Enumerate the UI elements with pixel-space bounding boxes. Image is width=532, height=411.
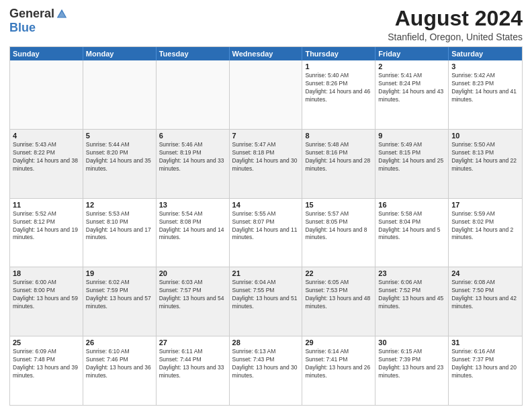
calendar-header-cell: Monday — [83, 47, 157, 60]
day-info: Sunrise: 5:59 AMSunset: 8:02 PMDaylight:… — [451, 210, 519, 242]
day-info: Sunrise: 5:55 AMSunset: 8:07 PMDaylight:… — [232, 210, 300, 242]
calendar-header-cell: Wednesday — [230, 47, 303, 60]
day-info: Sunrise: 5:54 AMSunset: 8:08 PMDaylight:… — [159, 210, 226, 242]
day-number: 8 — [305, 132, 372, 140]
calendar-cell: 24Sunrise: 6:08 AMSunset: 7:50 PMDayligh… — [449, 267, 522, 336]
day-number: 31 — [451, 338, 519, 347]
day-info: Sunrise: 6:10 AMSunset: 7:46 PMDaylight:… — [86, 348, 153, 380]
calendar-cell: 25Sunrise: 6:09 AMSunset: 7:48 PMDayligh… — [10, 336, 83, 405]
calendar-header-cell: Thursday — [302, 47, 375, 60]
calendar-cell — [157, 60, 230, 129]
day-info: Sunrise: 5:40 AMSunset: 8:26 PMDaylight:… — [305, 72, 372, 104]
calendar-row: 1Sunrise: 5:40 AMSunset: 8:26 PMDaylight… — [10, 60, 522, 129]
day-info: Sunrise: 6:04 AMSunset: 7:55 PMDaylight:… — [232, 279, 300, 311]
calendar-cell: 26Sunrise: 6:10 AMSunset: 7:46 PMDayligh… — [83, 336, 157, 405]
day-number: 6 — [159, 132, 226, 140]
calendar-cell: 18Sunrise: 6:00 AMSunset: 8:00 PMDayligh… — [10, 267, 83, 336]
calendar-cell — [230, 60, 303, 129]
day-info: Sunrise: 6:00 AMSunset: 8:00 PMDaylight:… — [13, 279, 80, 311]
day-number: 22 — [305, 269, 372, 277]
calendar-cell: 22Sunrise: 6:05 AMSunset: 7:53 PMDayligh… — [302, 267, 375, 336]
page-header: General Blue August 2024 Stanfield, Oreg… — [9, 7, 523, 42]
day-number: 21 — [232, 269, 300, 277]
calendar-row: 25Sunrise: 6:09 AMSunset: 7:48 PMDayligh… — [10, 336, 522, 405]
day-info: Sunrise: 5:52 AMSunset: 8:12 PMDaylight:… — [13, 210, 80, 242]
day-info: Sunrise: 5:43 AMSunset: 8:22 PMDaylight:… — [13, 141, 80, 173]
day-number: 26 — [86, 338, 153, 347]
day-info: Sunrise: 6:08 AMSunset: 7:50 PMDaylight:… — [451, 279, 519, 311]
day-number: 9 — [378, 132, 445, 140]
day-number: 3 — [451, 62, 519, 71]
calendar-cell: 6Sunrise: 5:46 AMSunset: 8:19 PMDaylight… — [157, 130, 230, 198]
day-info: Sunrise: 6:16 AMSunset: 7:37 PMDaylight:… — [451, 348, 519, 380]
calendar-header-cell: Saturday — [449, 47, 522, 60]
calendar-cell: 20Sunrise: 6:03 AMSunset: 7:57 PMDayligh… — [157, 267, 230, 336]
calendar-cell: 29Sunrise: 6:14 AMSunset: 7:41 PMDayligh… — [302, 336, 375, 405]
calendar-cell: 28Sunrise: 6:13 AMSunset: 7:43 PMDayligh… — [230, 336, 303, 405]
day-info: Sunrise: 6:02 AMSunset: 7:59 PMDaylight:… — [86, 279, 153, 311]
day-info: Sunrise: 5:57 AMSunset: 8:05 PMDaylight:… — [305, 210, 372, 242]
day-number: 1 — [305, 62, 372, 71]
day-info: Sunrise: 5:58 AMSunset: 8:04 PMDaylight:… — [378, 210, 445, 242]
calendar-cell: 2Sunrise: 5:41 AMSunset: 8:24 PMDaylight… — [375, 60, 449, 129]
calendar-header: SundayMondayTuesdayWednesdayThursdayFrid… — [10, 47, 522, 60]
title-section: August 2024 Stanfield, Oregon, United St… — [388, 7, 523, 42]
day-info: Sunrise: 5:49 AMSunset: 8:15 PMDaylight:… — [378, 141, 445, 173]
day-number: 20 — [159, 269, 226, 277]
day-info: Sunrise: 5:46 AMSunset: 8:19 PMDaylight:… — [159, 141, 226, 173]
calendar-header-cell: Sunday — [10, 47, 83, 60]
calendar-header-cell: Tuesday — [157, 47, 230, 60]
day-info: Sunrise: 6:13 AMSunset: 7:43 PMDaylight:… — [232, 348, 300, 380]
calendar-cell: 10Sunrise: 5:50 AMSunset: 8:13 PMDayligh… — [449, 130, 522, 198]
page-container: General Blue August 2024 Stanfield, Oreg… — [0, 0, 532, 411]
logo: General Blue — [9, 7, 68, 35]
calendar: SundayMondayTuesdayWednesdayThursdayFrid… — [9, 46, 523, 406]
calendar-body: 1Sunrise: 5:40 AMSunset: 8:26 PMDaylight… — [10, 60, 522, 405]
calendar-cell — [83, 60, 157, 129]
day-info: Sunrise: 6:09 AMSunset: 7:48 PMDaylight:… — [13, 348, 80, 380]
day-number: 5 — [86, 132, 153, 140]
calendar-cell: 21Sunrise: 6:04 AMSunset: 7:55 PMDayligh… — [230, 267, 303, 336]
main-title: August 2024 — [388, 7, 523, 30]
day-number: 29 — [305, 338, 372, 347]
logo-icon — [56, 8, 68, 20]
day-number: 30 — [378, 338, 445, 347]
day-info: Sunrise: 6:05 AMSunset: 7:53 PMDaylight:… — [305, 279, 372, 311]
day-number: 13 — [159, 201, 226, 209]
calendar-cell: 30Sunrise: 6:15 AMSunset: 7:39 PMDayligh… — [375, 336, 449, 405]
day-number: 10 — [451, 132, 519, 140]
calendar-cell: 27Sunrise: 6:11 AMSunset: 7:44 PMDayligh… — [157, 336, 230, 405]
day-info: Sunrise: 6:15 AMSunset: 7:39 PMDaylight:… — [378, 348, 445, 380]
calendar-cell: 19Sunrise: 6:02 AMSunset: 7:59 PMDayligh… — [83, 267, 157, 336]
day-info: Sunrise: 5:47 AMSunset: 8:18 PMDaylight:… — [232, 141, 300, 173]
calendar-cell: 7Sunrise: 5:47 AMSunset: 8:18 PMDaylight… — [230, 130, 303, 198]
day-info: Sunrise: 6:11 AMSunset: 7:44 PMDaylight:… — [159, 348, 226, 380]
calendar-header-cell: Friday — [375, 47, 449, 60]
day-number: 24 — [451, 269, 519, 277]
calendar-cell: 15Sunrise: 5:57 AMSunset: 8:05 PMDayligh… — [302, 199, 375, 267]
day-number: 15 — [305, 201, 372, 209]
subtitle: Stanfield, Oregon, United States — [388, 32, 523, 42]
day-number: 2 — [378, 62, 445, 71]
day-info: Sunrise: 5:42 AMSunset: 8:23 PMDaylight:… — [451, 72, 519, 104]
calendar-cell: 3Sunrise: 5:42 AMSunset: 8:23 PMDaylight… — [449, 60, 522, 129]
calendar-cell: 1Sunrise: 5:40 AMSunset: 8:26 PMDaylight… — [302, 60, 375, 129]
day-info: Sunrise: 5:41 AMSunset: 8:24 PMDaylight:… — [378, 72, 445, 104]
logo-blue-text: Blue — [9, 21, 36, 35]
day-info: Sunrise: 5:53 AMSunset: 8:10 PMDaylight:… — [86, 210, 153, 242]
day-number: 27 — [159, 338, 226, 347]
calendar-cell: 16Sunrise: 5:58 AMSunset: 8:04 PMDayligh… — [375, 199, 449, 267]
calendar-cell: 8Sunrise: 5:48 AMSunset: 8:16 PMDaylight… — [302, 130, 375, 198]
calendar-cell: 5Sunrise: 5:44 AMSunset: 8:20 PMDaylight… — [83, 130, 157, 198]
calendar-cell: 4Sunrise: 5:43 AMSunset: 8:22 PMDaylight… — [10, 130, 83, 198]
calendar-cell — [10, 60, 83, 129]
calendar-cell: 31Sunrise: 6:16 AMSunset: 7:37 PMDayligh… — [449, 336, 522, 405]
day-info: Sunrise: 6:03 AMSunset: 7:57 PMDaylight:… — [159, 279, 226, 311]
day-number: 11 — [13, 201, 80, 209]
day-number: 16 — [378, 201, 445, 209]
calendar-row: 4Sunrise: 5:43 AMSunset: 8:22 PMDaylight… — [10, 129, 522, 198]
calendar-cell: 17Sunrise: 5:59 AMSunset: 8:02 PMDayligh… — [449, 199, 522, 267]
day-info: Sunrise: 5:48 AMSunset: 8:16 PMDaylight:… — [305, 141, 372, 173]
calendar-row: 11Sunrise: 5:52 AMSunset: 8:12 PMDayligh… — [10, 198, 522, 267]
day-number: 4 — [13, 132, 80, 140]
